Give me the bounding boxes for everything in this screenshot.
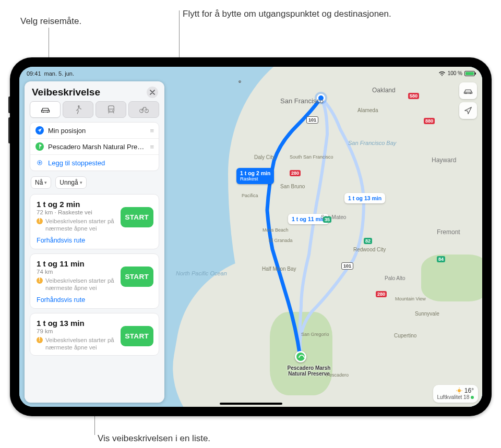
route-warning: Veibeskrivelsen starter på nærmeste åpne… [37,217,123,233]
hwy-880: 880 [424,118,435,124]
status-bar: 09:41 man. 5. jun. 100 % [19,67,482,78]
avoid-label: Unngå [59,179,78,186]
hwy-35: 35 [323,216,331,223]
svg-point-7 [42,112,43,113]
mode-walk[interactable] [63,101,93,118]
route-badge-alt2[interactable]: 1 t og 13 min [344,193,385,203]
mode-cycle[interactable] [128,101,159,118]
hwy-101: 101 [306,116,318,124]
svg-point-1 [470,93,471,94]
sun-icon [456,388,462,394]
hwy-280: 280 [290,170,301,176]
route-warning-text: Veibeskrivelsen starter på nærmeste åpne… [45,217,123,233]
battery-icon [464,71,475,76]
add-stop-button[interactable]: Legg til stoppested [30,155,159,171]
route-badge-primary[interactable]: 1 t og 2 min Raskest [236,168,274,184]
hwy-280: 280 [376,291,387,297]
warning-icon [37,277,43,284]
route-result-1[interactable]: 1 t og 11 min 74 km Veibeskrivelsen star… [30,253,159,309]
card-title: Veibeskrivelse [32,87,100,98]
transit-icon [106,105,116,114]
status-date: man. 5. jun. [44,70,74,77]
drag-handle-icon[interactable]: ≡ [150,127,154,135]
preview-route-link[interactable]: Forhåndsvis rute [37,296,85,304]
locate-me-button[interactable] [459,102,477,119]
destination-label: Pescadero MarshNatural Preserve [278,365,340,377]
hwy-84: 84 [437,256,445,262]
route-warning: Veibeskrivelsen starter på nærmeste åpne… [37,336,123,352]
aq-dot-icon [471,396,474,399]
wifi-icon [438,71,446,76]
svg-point-8 [47,112,48,113]
warning-icon [37,337,43,343]
route-result-2[interactable]: 1 t og 13 min 79 km Veibeskrivelsen star… [30,313,159,356]
origin-pin[interactable] [317,94,325,102]
start-button[interactable]: START [121,326,154,346]
drag-handle-icon[interactable]: ≡ [150,143,154,151]
car-3d-icon [459,82,477,99]
stops-list: Min posisjon ≡ Pescadero Marsh Natural P… [30,122,159,171]
leave-time-label: Nå [35,179,43,186]
stop-origin-label: Min posisjon [48,127,146,135]
hwy-101: 101 [341,262,353,270]
destination-pin[interactable] [295,351,306,362]
avoid-options-picker[interactable]: Unngå ▾ [55,176,86,189]
chevron-down-icon: ▾ [44,180,47,185]
chevron-down-icon: ▾ [80,180,82,185]
stop-destination-label: Pescadero Marsh Natural Pres… [48,143,146,151]
route-results[interactable]: 1 t og 2 min 72 km · Raskeste vei Veibes… [25,194,164,403]
mode-drive[interactable] [30,101,61,118]
svg-point-13 [112,110,113,111]
start-button[interactable]: START [121,267,154,287]
travel-mode-selector [25,101,164,122]
leave-time-picker[interactable]: Nå ▾ [31,176,51,189]
add-stop-label: Legg til stoppested [48,159,154,167]
route-result-0[interactable]: 1 t og 2 min 72 km · Raskeste vei Veibes… [30,194,159,249]
callout-list-view: Vis veibeskrivelsen i en liste. [98,433,210,444]
callout-travel-mode: Velg reisemåte. [20,16,81,27]
warning-icon [37,218,43,224]
start-button[interactable]: START [121,207,154,227]
plus-circle-icon [35,159,44,167]
weather-temp: 16° [464,387,474,394]
route-warning-text: Veibeskrivelsen starter på nærmeste åpne… [45,277,123,292]
close-icon [150,90,155,95]
hwy-580: 580 [408,93,419,99]
screen: 09:41 man. 5. jun. 100 % [19,67,482,407]
callout-swap: Flytt for å bytte om utgangspunktet og d… [183,8,391,20]
status-time: 09:41 [27,70,41,77]
ipad-frame: 09:41 man. 5. jun. 100 % [10,57,492,416]
stop-origin[interactable]: Min posisjon ≡ [30,123,159,139]
route-warning-text: Veibeskrivelsen starter på nærmeste åpne… [45,336,123,352]
mode-transit[interactable] [96,101,126,118]
air-quality-label: Luftkvalitet 18 [437,394,470,400]
directions-card: Veibeskrivelse [25,81,164,403]
svg-point-2 [458,389,461,392]
route-warning: Veibeskrivelsen starter på nærmeste åpne… [37,277,123,292]
location-dot-icon [35,126,44,135]
route-badge-sub: Raskest [240,176,270,182]
destination-dot-icon [35,142,44,151]
hwy-82: 82 [364,238,372,244]
car-icon [40,105,51,114]
svg-point-12 [109,110,110,111]
svg-point-0 [466,93,467,94]
walk-icon [73,105,84,114]
bike-icon [139,105,149,114]
weather-widget[interactable]: 16° Luftkvalitet 18 [433,385,479,403]
close-button[interactable] [147,87,158,98]
map-mode-button[interactable] [459,82,477,99]
map-menu-icon[interactable]: • [238,80,241,83]
stop-destination[interactable]: Pescadero Marsh Natural Pres… ≡ [30,139,159,155]
home-indicator[interactable] [220,403,282,405]
location-arrow-icon [459,102,477,119]
preview-route-link[interactable]: Forhåndsvis rute [37,237,85,244]
